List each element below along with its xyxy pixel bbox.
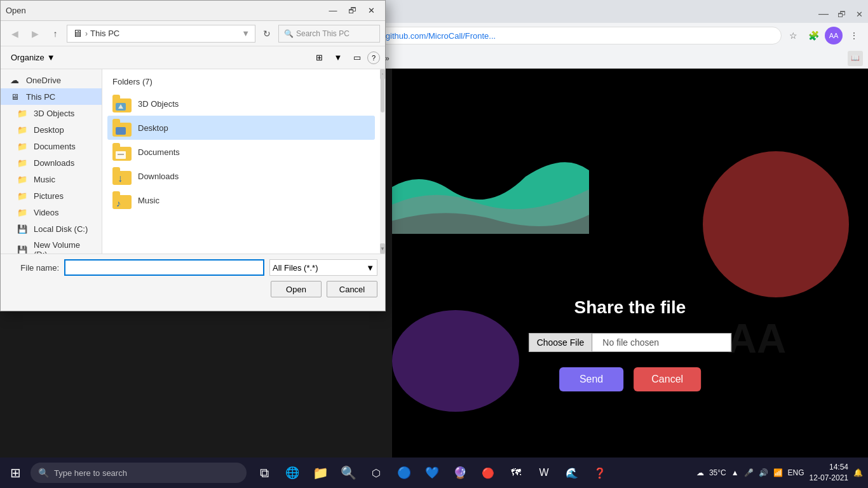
vscode-icon[interactable]: 💙 — [419, 460, 445, 485]
minimize-btn[interactable]: — — [815, 5, 832, 23]
app4-icon[interactable]: ⬡ — [363, 460, 389, 485]
sidebar-label-newvolume: New Volume (D:) — [34, 240, 94, 254]
reading-list-btn[interactable]: 📖 — [848, 51, 863, 66]
send-button[interactable]: Send — [559, 367, 623, 391]
dialog-titlebar: Open — 🗗 ✕ — [1, 1, 385, 21]
help-icon[interactable]: ❓ — [587, 460, 613, 485]
view-btns: ⊞ ▼ ▭ ? — [310, 49, 380, 67]
choose-file-button[interactable]: Choose File — [529, 333, 592, 352]
onedrive-icon: ☁ — [8, 75, 21, 85]
action-buttons: Send Cancel — [559, 367, 701, 391]
sidebar-label-videos: Videos — [34, 208, 59, 217]
sidebar-item-videos[interactable]: 📁 Videos — [1, 204, 102, 220]
systray-network[interactable]: 📶 — [773, 468, 783, 477]
taskbar-search[interactable]: 🔍 Type here to search — [31, 463, 247, 483]
app8-icon[interactable]: 🔴 — [475, 460, 501, 485]
sidebar-item-3dobjects[interactable]: 📁 3D Objects — [1, 105, 102, 121]
file-item-music[interactable]: ♪ Music — [107, 188, 375, 212]
systray-temp: 35°C — [709, 468, 726, 477]
cancel-button[interactable]: Cancel — [634, 367, 701, 391]
systray-mic[interactable]: 🎤 — [744, 468, 754, 477]
dialog-minimize-btn[interactable]: — — [324, 3, 342, 18]
systray-up-arrow[interactable]: ▲ — [731, 468, 739, 477]
more-bookmarks-icon: » — [385, 54, 390, 63]
task-view-btn[interactable]: ⧉ — [252, 460, 277, 485]
share-section: Share the file Choose File No file chose… — [529, 297, 732, 391]
file-item-desktop[interactable]: Desktop — [107, 116, 375, 140]
wave-graphic — [392, 151, 589, 234]
downloads-icon: 📁 — [16, 158, 29, 168]
dialog-refresh-btn[interactable]: ↻ — [258, 25, 276, 43]
view-change-btn[interactable]: ⊞ — [310, 49, 328, 67]
file-item-3dobjects[interactable]: 3D Objects — [107, 92, 375, 116]
sidebar-item-pictures[interactable]: 📁 Pictures — [1, 187, 102, 204]
file-input-area: Choose File No file chosen — [529, 333, 732, 352]
sidebar-item-onedrive[interactable]: ☁ OneDrive — [1, 72, 102, 88]
preview-pane-btn[interactable]: ▭ — [348, 49, 366, 67]
dialog-forward-btn[interactable]: ▶ — [26, 25, 44, 43]
sidebar-item-music[interactable]: 📁 Music — [1, 171, 102, 187]
maps-icon[interactable]: 🗺 — [503, 460, 529, 485]
restore-btn[interactable]: 🗗 — [832, 5, 850, 23]
folder-music-icon: ♪ — [112, 191, 133, 209]
chrome-icon[interactable]: 🔵 — [391, 460, 417, 485]
organize-btn[interactable]: Organize ▼ — [6, 50, 60, 65]
file-label-desktop: Desktop — [138, 123, 168, 133]
path-dropdown-icon[interactable]: ▼ — [241, 29, 250, 38]
edge-icon[interactable]: 🌐 — [280, 460, 305, 485]
extensions-btn[interactable]: 🧩 — [804, 27, 822, 44]
sidebar-label-3dobjects: 3D Objects — [34, 109, 74, 118]
file-item-documents[interactable]: Documents — [107, 140, 375, 164]
path-separator: › — [85, 29, 88, 38]
dialog-body: ☁ OneDrive 🖥 This PC 📁 3D Objects 📁 Desk… — [1, 69, 385, 254]
vertical-scrollbar[interactable]: ▲ ▼ — [380, 69, 385, 254]
sidebar-label-documents: Documents — [34, 142, 76, 151]
close-btn[interactable]: ✕ — [850, 5, 868, 23]
app11-icon[interactable]: 🌊 — [559, 460, 585, 485]
help-btn[interactable]: ? — [367, 51, 380, 64]
dialog-search[interactable]: 🔍 Search This PC — [278, 25, 380, 43]
videos-icon: 📁 — [16, 207, 29, 217]
sidebar-item-newvolume[interactable]: 💾 New Volume (D:) — [1, 237, 102, 254]
dialog-open-btn[interactable]: Open — [271, 281, 322, 297]
dialog-close-btn[interactable]: ✕ — [362, 3, 380, 18]
filetype-select[interactable]: All Files (*.*) ▼ — [269, 259, 377, 276]
notification-btn[interactable]: 🔔 — [853, 468, 863, 477]
filename-input[interactable] — [64, 259, 264, 276]
start-button[interactable]: ⊞ — [0, 458, 31, 488]
sidebar-item-desktop[interactable]: 📁 Desktop — [1, 121, 102, 138]
explorer-icon[interactable]: 📁 — [308, 460, 333, 485]
localdisk-icon: 💾 — [16, 224, 29, 234]
dialog-cancel-btn[interactable]: Cancel — [327, 281, 377, 297]
git-icon[interactable]: 🔮 — [447, 460, 473, 485]
dialog-main: Folders (7) 3D Objects — [102, 69, 385, 254]
scrollbar-down-btn[interactable]: ▼ — [380, 243, 385, 254]
view-dropdown-btn[interactable]: ▼ — [329, 49, 347, 67]
systray-lang: ENG — [788, 468, 804, 477]
systray-volume[interactable]: 🔊 — [759, 468, 768, 477]
dialog-up-btn[interactable]: ↑ — [46, 25, 64, 43]
menu-btn[interactable]: ⋮ — [845, 27, 863, 44]
sidebar-item-documents[interactable]: 📁 Documents — [1, 138, 102, 154]
bottom-buttons: Open Cancel — [8, 281, 377, 297]
dialog-restore-btn[interactable]: 🗗 — [343, 3, 361, 18]
dialog-path[interactable]: 🖥 › This PC ▼ — [67, 25, 255, 43]
file-item-downloads[interactable]: ↓ Downloads — [107, 164, 375, 188]
search-placeholder: Search This PC — [296, 29, 349, 38]
profile-btn[interactable]: AA — [825, 27, 843, 44]
sidebar-item-thispc[interactable]: 🖥 This PC — [1, 88, 102, 105]
reading-list-icon[interactable]: 📖 — [848, 51, 863, 66]
scrollbar-thumb[interactable] — [381, 74, 384, 112]
file-list: Folders (7) 3D Objects — [102, 69, 380, 254]
magnify-icon[interactable]: 🔍 — [336, 460, 361, 485]
sidebar-item-localdisk[interactable]: 💾 Local Disk (C:) — [1, 220, 102, 237]
taskbar-search-placeholder: Type here to search — [54, 468, 127, 478]
word-icon[interactable]: W — [531, 460, 557, 485]
dialog-back-btn[interactable]: ◀ — [6, 25, 24, 43]
systray-onedrive[interactable]: ☁ — [696, 468, 704, 477]
file-open-dialog: Open — 🗗 ✕ ◀ ▶ ↑ 🖥 › This PC ▼ ↻ 🔍 Searc… — [0, 0, 386, 311]
sidebar-item-downloads[interactable]: 📁 Downloads — [1, 154, 102, 171]
star-btn[interactable]: ☆ — [784, 27, 802, 44]
dialog-controls: — 🗗 ✕ — [324, 3, 380, 18]
file-label-3dobjects: 3D Objects — [138, 99, 179, 109]
